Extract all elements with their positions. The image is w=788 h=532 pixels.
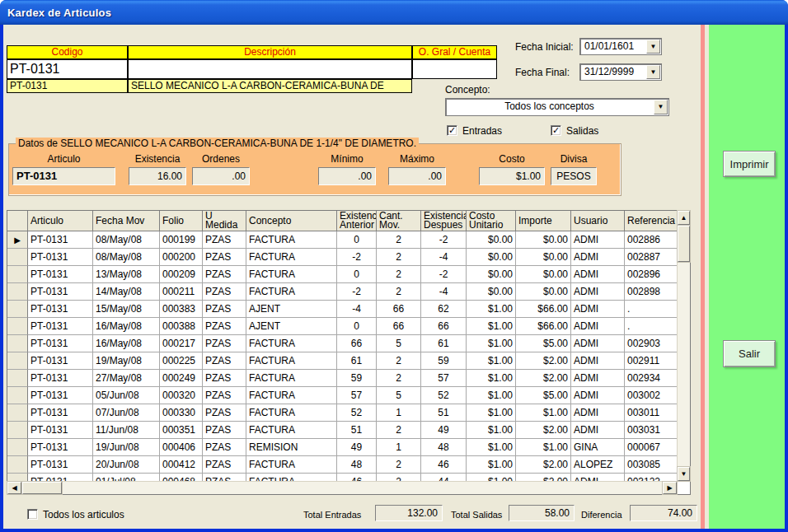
grid-cell[interactable]: FACTURA [246, 352, 337, 370]
grid-cell[interactable]: -2 [337, 249, 377, 266]
grid-cell[interactable]: 51 [337, 422, 377, 439]
grid-cell[interactable]: 0 [337, 266, 377, 283]
grid-cell[interactable]: 002911 [625, 352, 677, 370]
grid-cell[interactable]: 16/May/08 [93, 335, 160, 352]
grid-cell[interactable]: 51 [421, 404, 467, 422]
grid-cell[interactable]: ADMI [571, 249, 625, 266]
grid-cell[interactable]: 5 [377, 335, 421, 352]
grid-cell[interactable]: FACTURA [246, 422, 337, 439]
grid-cell[interactable]: 000351 [160, 422, 203, 439]
grid-cell[interactable]: ADMI [571, 352, 625, 370]
grid-cell[interactable]: 002934 [625, 370, 677, 387]
grid-cell[interactable]: PT-0131 [28, 456, 93, 474]
grid-header-usuario[interactable]: Usuario [571, 211, 625, 231]
grid-cell[interactable]: PT-0131 [28, 283, 93, 301]
grid-cell[interactable]: $1.00 [467, 301, 516, 318]
grid-cell[interactable]: 2 [377, 352, 421, 370]
grid-cell[interactable]: $1.00 [467, 318, 516, 335]
grid-cell[interactable]: 66 [421, 318, 467, 335]
grid-cell[interactable]: $2.00 [516, 456, 571, 474]
scroll-left-button[interactable]: ◀ [7, 482, 21, 494]
articulo-field[interactable]: PT-0131 [12, 167, 115, 185]
grid-cell[interactable]: ADMI [571, 266, 625, 283]
grid-cell[interactable]: 07/Jun/08 [93, 404, 160, 422]
concepto-dropdown-button[interactable]: ▼ [654, 100, 668, 114]
grid-cell[interactable]: $2.00 [516, 370, 571, 387]
grid-header-u_medida[interactable]: U Medida [203, 211, 246, 231]
row-selector[interactable] [7, 283, 28, 301]
grid-header-referencia[interactable]: Referencia [625, 211, 678, 231]
scroll-right-button[interactable]: ▶ [663, 482, 677, 494]
grid-cell[interactable]: $1.00 [467, 404, 516, 422]
grid-cell[interactable]: 2 [377, 249, 421, 266]
grid-cell[interactable]: 49 [421, 422, 467, 439]
grid-cell[interactable]: PZAS [203, 249, 246, 266]
grid-header-folio[interactable]: Folio [160, 211, 203, 231]
table-row[interactable]: PT-013127/May/08000249PZASFACTURA59257$1… [7, 370, 677, 387]
concepto-combo[interactable]: Todos los conceptos ▼ [445, 98, 669, 116]
grid-cell[interactable]: 000209 [160, 266, 203, 283]
grid-cell[interactable]: 57 [421, 370, 467, 387]
grid-cell[interactable]: PT-0131 [28, 266, 93, 283]
grid-cell[interactable]: 000320 [160, 387, 203, 404]
fecha-final-combo[interactable]: 31/12/9999 ▼ [579, 63, 662, 81]
ordenes-field[interactable]: .00 [192, 167, 250, 185]
grid-cell[interactable]: ADMI [571, 318, 625, 335]
grid-cell[interactable]: PT-0131 [28, 370, 93, 387]
row-selector[interactable] [7, 456, 28, 474]
grid-cell[interactable]: AJENT [246, 318, 337, 335]
row-selector[interactable] [7, 422, 28, 439]
fecha-inicial-dropdown-button[interactable]: ▼ [646, 40, 660, 54]
grid-cell[interactable]: 0 [337, 318, 377, 335]
grid-cell[interactable]: 2 [377, 422, 421, 439]
table-row[interactable]: PT-013105/Jun/08000320PZASFACTURA57552$1… [7, 387, 677, 404]
grid-cell[interactable]: 2 [377, 370, 421, 387]
grid-cell[interactable]: $0.00 [467, 231, 516, 249]
grid-cell[interactable]: 000225 [160, 352, 203, 370]
divisa-field[interactable]: PESOS [551, 167, 597, 185]
grid-cell[interactable]: 16/May/08 [93, 318, 160, 335]
title-bar[interactable]: Kardex de Articulos [0, 0, 788, 25]
row-selector[interactable] [7, 266, 28, 283]
grid-cell[interactable]: $5.00 [516, 387, 571, 404]
grid-header-concepto[interactable]: Concepto [246, 211, 337, 231]
grid-cell[interactable]: $0.00 [516, 231, 571, 249]
grid-cell[interactable]: PT-0131 [28, 404, 93, 422]
codigo-input[interactable]: PT-0131 [7, 59, 128, 79]
grid-cell[interactable]: PZAS [203, 231, 246, 249]
row-selector[interactable] [7, 301, 28, 318]
grid-cell[interactable]: 000383 [160, 301, 203, 318]
grid-cell[interactable]: $5.00 [516, 335, 571, 352]
grid-cell[interactable]: 000388 [160, 318, 203, 335]
row-selector[interactable] [7, 249, 28, 266]
grid-cell[interactable]: 14/May/08 [93, 283, 160, 301]
grid-cell[interactable]: ADMI [571, 387, 625, 404]
grid-cell[interactable]: -4 [421, 249, 467, 266]
grid-cell[interactable]: PZAS [203, 422, 246, 439]
grid-cell[interactable]: -4 [337, 301, 377, 318]
grid-header-costo_unit[interactable]: Costo Unitario [467, 211, 516, 231]
grid-cell[interactable]: PZAS [203, 439, 246, 456]
grid-header-selector[interactable] [7, 211, 28, 231]
grid-cell[interactable]: 5 [377, 387, 421, 404]
grid-cell[interactable]: 08/May/08 [93, 231, 160, 249]
grid-cell[interactable]: ADMI [571, 335, 625, 352]
salir-button[interactable]: Salir [723, 340, 776, 367]
existencia-field[interactable]: 16.00 [129, 167, 186, 185]
grid-cell[interactable]: $1.00 [467, 335, 516, 352]
grid-cell[interactable]: PT-0131 [28, 318, 93, 335]
result-code[interactable]: PT-0131 [7, 79, 128, 93]
grid-header-exist_desp[interactable]: Existencia Despues [421, 211, 467, 231]
scroll-up-button[interactable]: ▲ [678, 211, 690, 225]
grid-cell[interactable]: PZAS [203, 335, 246, 352]
grid-cell[interactable]: PZAS [203, 370, 246, 387]
grid-cell[interactable]: $0.00 [516, 266, 571, 283]
grid-header-fecha_mov[interactable]: Fecha Mov [93, 211, 160, 231]
horizontal-scrollbar[interactable]: ◀ ▶ [7, 481, 677, 494]
grid-cell[interactable]: PT-0131 [28, 335, 93, 352]
grid-cell[interactable]: $1.00 [516, 404, 571, 422]
grid-cell[interactable]: ADMI [571, 301, 625, 318]
grid-cell[interactable]: ADMI [571, 404, 625, 422]
grid-cell[interactable]: GINA [571, 439, 625, 456]
imprimir-button[interactable]: Imprimir [723, 151, 776, 177]
